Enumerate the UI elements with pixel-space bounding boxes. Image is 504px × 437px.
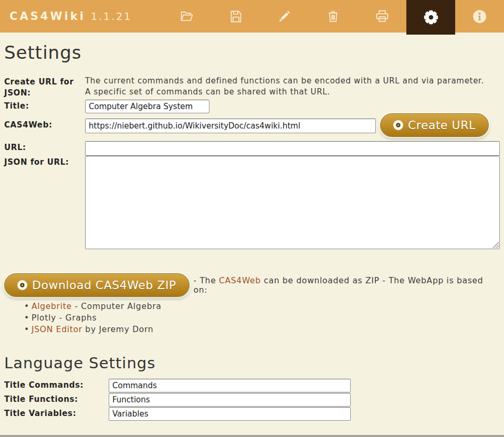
plotly-rest: - Graphs <box>56 313 97 323</box>
save-button[interactable] <box>212 0 260 33</box>
download-zip-button[interactable]: Download CAS4Web ZIP <box>4 273 190 297</box>
top-toolbar: CAS4Wiki 1.1.21 <box>0 0 504 33</box>
settings-button[interactable] <box>406 0 455 35</box>
json-editor-link[interactable]: JSON Editor <box>32 325 82 334</box>
create-url-for-json-label: Create URL for JSON: <box>4 76 85 99</box>
row-title-variables: Title Variables: <box>4 407 500 421</box>
language-settings-title: Language Settings <box>4 354 500 372</box>
list-item-plotly: Plotly - Graphs <box>24 312 500 324</box>
create-url-description-line1: The current commands and defined functio… <box>85 76 500 87</box>
printer-icon <box>375 9 390 24</box>
plotly-text: Plotly <box>32 313 56 323</box>
print-button[interactable] <box>358 0 406 33</box>
download-description: - The CAS4Web can be downloaded as ZIP -… <box>194 276 500 295</box>
algebrite-link[interactable]: Algebrite <box>32 302 72 311</box>
download-text-prefix: - The <box>194 276 219 285</box>
row-url: URL: <box>4 141 500 156</box>
json-for-url-label: JSON for URL: <box>4 156 85 168</box>
create-url-button-gear-icon <box>393 120 403 130</box>
edit-button[interactable] <box>260 0 309 33</box>
download-zip-button-label: Download CAS4Web ZIP <box>32 279 176 292</box>
json-for-url-textarea[interactable] <box>85 156 500 249</box>
url-input[interactable] <box>85 141 500 156</box>
title-commands-input[interactable] <box>109 379 351 392</box>
row-create-url-for-json: Create URL for JSON: The current command… <box>4 76 500 99</box>
create-url-button[interactable]: Create URL <box>380 113 489 137</box>
app-title: CAS4Wiki <box>9 10 86 23</box>
open-folder-icon <box>180 9 194 24</box>
cas4web-link[interactable]: CAS4Web <box>219 276 261 285</box>
download-button-gear-icon <box>17 280 27 290</box>
row-json-for-url: JSON for URL: <box>4 156 500 249</box>
title-label: Title: <box>4 100 85 112</box>
edit-pencil-icon <box>277 9 292 24</box>
algebrite-rest: - Computer Algebra <box>72 302 162 311</box>
title-functions-input[interactable] <box>109 393 351 407</box>
settings-gear-icon <box>422 8 440 26</box>
cas4web-label: CAS4Web: <box>4 119 85 131</box>
trash-icon <box>326 9 340 24</box>
list-item-json-editor: JSON Editor by Jeremy Dorn <box>24 324 500 335</box>
row-cas4web: CAS4Web: Create URL <box>4 119 500 137</box>
app-version: 1.1.21 <box>91 10 132 22</box>
json-editor-rest: by Jeremy Dorn <box>82 325 154 334</box>
title-commands-label: Title Commands: <box>4 379 109 391</box>
app-brand: CAS4Wiki 1.1.21 <box>0 0 163 33</box>
delete-button[interactable] <box>309 0 358 33</box>
list-item-algebrite: Algebrite - Computer Algebra <box>24 301 500 312</box>
title-variables-input[interactable] <box>109 407 351 421</box>
based-on-list: Algebrite - Computer Algebra Plotly - Gr… <box>24 301 500 335</box>
download-section: Download CAS4Web ZIP - The CAS4Web can b… <box>4 273 500 297</box>
info-icon <box>472 9 487 24</box>
page-title: Settings <box>4 43 500 62</box>
row-title: Title: <box>4 100 500 113</box>
title-input[interactable] <box>85 100 209 113</box>
create-url-button-label: Create URL <box>408 119 476 132</box>
title-functions-label: Title Functions: <box>4 393 109 406</box>
info-button[interactable] <box>455 0 504 33</box>
url-label: URL: <box>4 141 85 153</box>
bottom-border-strip <box>0 435 504 437</box>
save-icon <box>229 9 243 24</box>
cas4web-url-input[interactable] <box>85 119 376 133</box>
create-url-description-line2: A specific set of commands can be shared… <box>85 87 500 98</box>
open-folder-button[interactable] <box>163 0 212 33</box>
title-variables-label: Title Variables: <box>4 407 109 420</box>
row-title-functions: Title Functions: <box>4 393 500 407</box>
row-title-commands: Title Commands: <box>4 379 500 392</box>
